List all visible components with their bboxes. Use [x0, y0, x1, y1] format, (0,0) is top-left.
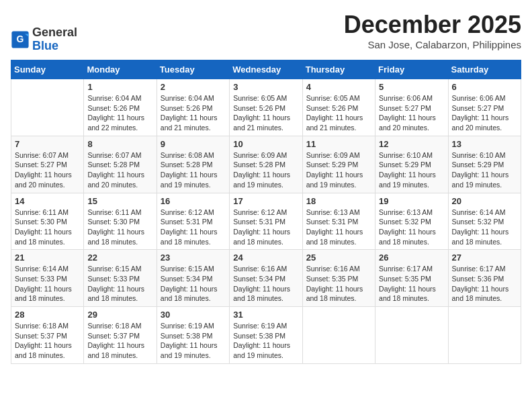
day-info: Sunrise: 6:15 AM Sunset: 5:34 PM Dayligh…	[161, 264, 226, 304]
day-number: 1	[87, 82, 152, 92]
day-info: Sunrise: 6:05 AM Sunset: 5:26 PM Dayligh…	[306, 93, 371, 133]
calendar-cell: 22Sunrise: 6:15 AM Sunset: 5:33 PM Dayli…	[84, 250, 157, 307]
day-number: 20	[452, 196, 517, 206]
day-number: 22	[87, 253, 152, 263]
logo: G General Blue	[11, 26, 77, 53]
day-number: 12	[379, 139, 444, 149]
calendar-cell: 30Sunrise: 6:19 AM Sunset: 5:38 PM Dayli…	[157, 307, 229, 364]
day-info: Sunrise: 6:17 AM Sunset: 5:36 PM Dayligh…	[452, 264, 517, 304]
day-number: 21	[15, 253, 80, 263]
day-info: Sunrise: 6:06 AM Sunset: 5:27 PM Dayligh…	[379, 93, 444, 133]
day-number: 2	[161, 82, 226, 92]
day-number: 14	[15, 196, 80, 206]
day-number: 28	[15, 310, 80, 320]
calendar-cell: 13Sunrise: 6:10 AM Sunset: 5:29 PM Dayli…	[448, 136, 521, 193]
day-number: 7	[15, 139, 80, 149]
day-info: Sunrise: 6:05 AM Sunset: 5:26 PM Dayligh…	[233, 93, 298, 133]
calendar-week-2: 7Sunrise: 6:07 AM Sunset: 5:27 PM Daylig…	[11, 136, 521, 193]
calendar-cell	[448, 307, 521, 364]
calendar-cell: 3Sunrise: 6:05 AM Sunset: 5:26 PM Daylig…	[230, 79, 302, 136]
calendar-cell: 2Sunrise: 6:04 AM Sunset: 5:26 PM Daylig…	[157, 79, 229, 136]
day-number: 23	[161, 253, 226, 263]
col-header-thursday: Thursday	[302, 60, 375, 79]
calendar-cell: 8Sunrise: 6:07 AM Sunset: 5:28 PM Daylig…	[84, 136, 157, 193]
calendar-cell: 23Sunrise: 6:15 AM Sunset: 5:34 PM Dayli…	[157, 250, 229, 307]
day-info: Sunrise: 6:18 AM Sunset: 5:37 PM Dayligh…	[15, 321, 80, 361]
day-info: Sunrise: 6:13 AM Sunset: 5:32 PM Dayligh…	[379, 208, 444, 247]
calendar-cell: 21Sunrise: 6:14 AM Sunset: 5:33 PM Dayli…	[11, 250, 84, 307]
day-number: 13	[452, 139, 517, 149]
calendar-cell: 17Sunrise: 6:12 AM Sunset: 5:31 PM Dayli…	[230, 193, 302, 250]
calendar-cell: 18Sunrise: 6:13 AM Sunset: 5:31 PM Dayli…	[302, 193, 375, 250]
calendar-cell: 20Sunrise: 6:14 AM Sunset: 5:32 PM Dayli…	[448, 193, 521, 250]
day-info: Sunrise: 6:07 AM Sunset: 5:27 PM Dayligh…	[15, 150, 80, 190]
title-section: December 2025 San Jose, Calabarzon, Phil…	[344, 11, 521, 50]
calendar-cell: 12Sunrise: 6:10 AM Sunset: 5:29 PM Dayli…	[375, 136, 448, 193]
calendar-cell: 26Sunrise: 6:17 AM Sunset: 5:35 PM Dayli…	[375, 250, 448, 307]
calendar-cell: 25Sunrise: 6:16 AM Sunset: 5:35 PM Dayli…	[302, 250, 375, 307]
day-info: Sunrise: 6:11 AM Sunset: 5:30 PM Dayligh…	[87, 208, 152, 247]
day-number: 11	[306, 139, 371, 149]
day-number: 27	[452, 253, 517, 263]
col-header-wednesday: Wednesday	[230, 60, 302, 79]
day-number: 29	[87, 310, 152, 320]
day-number: 10	[233, 139, 298, 149]
day-info: Sunrise: 6:10 AM Sunset: 5:29 PM Dayligh…	[379, 150, 444, 190]
calendar-week-1: 1Sunrise: 6:04 AM Sunset: 5:26 PM Daylig…	[11, 79, 521, 136]
day-number: 26	[379, 253, 444, 263]
calendar-cell: 27Sunrise: 6:17 AM Sunset: 5:36 PM Dayli…	[448, 250, 521, 307]
calendar-cell: 9Sunrise: 6:08 AM Sunset: 5:28 PM Daylig…	[157, 136, 229, 193]
calendar-cell: 24Sunrise: 6:16 AM Sunset: 5:34 PM Dayli…	[230, 250, 302, 307]
day-number: 16	[161, 196, 226, 206]
day-info: Sunrise: 6:19 AM Sunset: 5:38 PM Dayligh…	[233, 321, 298, 361]
day-info: Sunrise: 6:07 AM Sunset: 5:28 PM Dayligh…	[87, 150, 152, 190]
calendar-cell: 14Sunrise: 6:11 AM Sunset: 5:30 PM Dayli…	[11, 193, 84, 250]
col-header-saturday: Saturday	[448, 60, 521, 79]
location: San Jose, Calabarzon, Philippines	[344, 39, 521, 50]
logo-general: General	[32, 26, 77, 39]
calendar-cell: 29Sunrise: 6:18 AM Sunset: 5:37 PM Dayli…	[84, 307, 157, 364]
day-number: 9	[161, 139, 226, 149]
day-number: 25	[306, 253, 371, 263]
calendar-cell: 7Sunrise: 6:07 AM Sunset: 5:27 PM Daylig…	[11, 136, 84, 193]
day-info: Sunrise: 6:06 AM Sunset: 5:27 PM Dayligh…	[452, 93, 517, 133]
day-info: Sunrise: 6:09 AM Sunset: 5:29 PM Dayligh…	[306, 150, 371, 190]
day-number: 19	[379, 196, 444, 206]
logo-text: General Blue	[32, 26, 77, 53]
col-header-tuesday: Tuesday	[157, 60, 229, 79]
calendar-cell	[302, 307, 375, 364]
calendar-week-3: 14Sunrise: 6:11 AM Sunset: 5:30 PM Dayli…	[11, 193, 521, 250]
col-header-friday: Friday	[375, 60, 448, 79]
day-number: 17	[233, 196, 298, 206]
day-info: Sunrise: 6:14 AM Sunset: 5:33 PM Dayligh…	[15, 264, 80, 304]
day-number: 6	[452, 82, 517, 92]
calendar-cell: 31Sunrise: 6:19 AM Sunset: 5:38 PM Dayli…	[230, 307, 302, 364]
day-info: Sunrise: 6:04 AM Sunset: 5:26 PM Dayligh…	[161, 93, 226, 133]
calendar-cell: 16Sunrise: 6:12 AM Sunset: 5:31 PM Dayli…	[157, 193, 229, 250]
calendar-week-5: 28Sunrise: 6:18 AM Sunset: 5:37 PM Dayli…	[11, 307, 521, 364]
top-bar: G General Blue December 2025 San Jose, C…	[11, 11, 521, 56]
calendar-cell	[375, 307, 448, 364]
calendar-table: SundayMondayTuesdayWednesdayThursdayFrid…	[11, 60, 521, 364]
svg-text:G: G	[17, 34, 24, 44]
month-title: December 2025	[344, 11, 521, 39]
day-number: 3	[233, 82, 298, 92]
day-number: 15	[87, 196, 152, 206]
day-number: 8	[87, 139, 152, 149]
logo-blue: Blue	[32, 39, 58, 52]
calendar-week-4: 21Sunrise: 6:14 AM Sunset: 5:33 PM Dayli…	[11, 250, 521, 307]
calendar-cell: 15Sunrise: 6:11 AM Sunset: 5:30 PM Dayli…	[84, 193, 157, 250]
day-number: 18	[306, 196, 371, 206]
day-info: Sunrise: 6:13 AM Sunset: 5:31 PM Dayligh…	[306, 208, 371, 247]
day-info: Sunrise: 6:12 AM Sunset: 5:31 PM Dayligh…	[233, 208, 298, 247]
col-header-monday: Monday	[84, 60, 157, 79]
day-info: Sunrise: 6:08 AM Sunset: 5:28 PM Dayligh…	[161, 150, 226, 190]
calendar-cell: 6Sunrise: 6:06 AM Sunset: 5:27 PM Daylig…	[448, 79, 521, 136]
day-info: Sunrise: 6:09 AM Sunset: 5:28 PM Dayligh…	[233, 150, 298, 190]
calendar-cell: 28Sunrise: 6:18 AM Sunset: 5:37 PM Dayli…	[11, 307, 84, 364]
day-info: Sunrise: 6:19 AM Sunset: 5:38 PM Dayligh…	[161, 321, 226, 361]
day-number: 5	[379, 82, 444, 92]
day-info: Sunrise: 6:11 AM Sunset: 5:30 PM Dayligh…	[15, 208, 80, 247]
calendar-cell: 4Sunrise: 6:05 AM Sunset: 5:26 PM Daylig…	[302, 79, 375, 136]
calendar-cell: 19Sunrise: 6:13 AM Sunset: 5:32 PM Dayli…	[375, 193, 448, 250]
